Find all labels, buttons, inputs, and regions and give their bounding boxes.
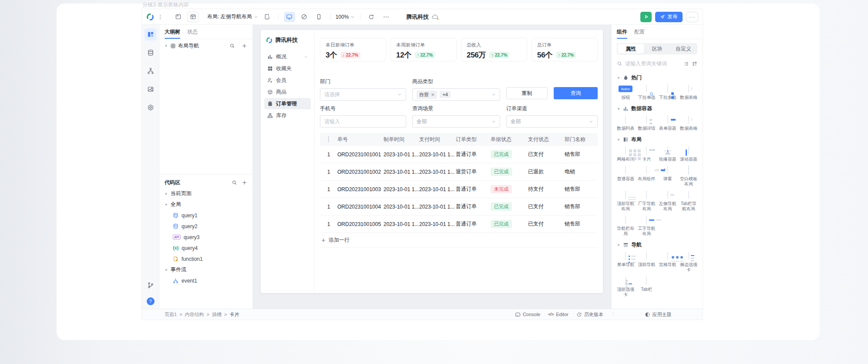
- palette-item[interactable]: 表单容器: [658, 116, 677, 131]
- component-structure-icon[interactable]: [692, 61, 697, 67]
- palette-item[interactable]: 卡片: [637, 147, 656, 162]
- palette-item[interactable]: 普通容器: [616, 166, 635, 187]
- palette-item[interactable]: 按钮: [616, 85, 635, 100]
- console-button[interactable]: Console: [515, 312, 540, 317]
- palette-section-header[interactable]: 布局: [617, 136, 697, 143]
- editor-button[interactable]: </> Editor: [548, 312, 569, 317]
- caret-right-icon[interactable]: [165, 192, 168, 195]
- table-row[interactable]: 1ORD202310010052023-10-01 1...2023-10-01…: [320, 216, 598, 233]
- palette-section-header[interactable]: 数据容器: [617, 105, 697, 112]
- device-desktop-button[interactable]: [284, 12, 295, 22]
- scene-select[interactable]: 全部: [412, 115, 500, 128]
- remove-tag-icon[interactable]: ✕: [431, 92, 434, 97]
- palette-item[interactable]: 空白模板布局: [679, 166, 698, 187]
- code-group[interactable]: 当前页面: [159, 188, 252, 199]
- tab-config[interactable]: 配置: [634, 28, 645, 39]
- preview-app[interactable]: 腾讯科技 概况收藏夹会员商品订单管理库存 本日新增订单3个↓ 22.7%本周新增…: [261, 30, 603, 293]
- selected-tag[interactable]: 自营✕: [417, 91, 437, 99]
- version-branch-icon[interactable]: [145, 279, 157, 291]
- tab-outline-tree[interactable]: 大纲树: [165, 28, 180, 39]
- department-select[interactable]: 请选择: [320, 88, 406, 101]
- canvas[interactable]: 腾讯科技 概况收藏夹会员商品订单管理库存 本日新增订单3个↓ 22.7%本周新增…: [253, 25, 611, 309]
- device-mobile-button[interactable]: [313, 12, 325, 22]
- palette-item[interactable]: 下拉单选: [637, 85, 656, 100]
- code-item[interactable]: query1: [159, 210, 252, 221]
- help-icon[interactable]: ?: [147, 297, 155, 305]
- tab-components[interactable]: 组件: [617, 28, 627, 39]
- breadcrumb-item[interactable]: 插槽: [212, 311, 222, 318]
- add-code-icon[interactable]: [242, 180, 247, 185]
- outline-panel-icon[interactable]: [145, 28, 157, 40]
- palette-item[interactable]: 网格布局: [616, 147, 635, 162]
- outline-root-node[interactable]: 布局导航: [159, 39, 252, 52]
- segment-custom[interactable]: 自定义: [670, 44, 696, 54]
- code-group[interactable]: 全局: [159, 199, 252, 210]
- more-tools-button[interactable]: [380, 12, 392, 22]
- code-item[interactable]: event1: [159, 275, 252, 286]
- palette-item[interactable]: 布局组件: [637, 166, 656, 187]
- palette-item[interactable]: 菜单导航: [616, 252, 635, 273]
- zoom-selector[interactable]: 100%: [336, 14, 355, 20]
- palette-item[interactable]: 顶部导航: [637, 252, 656, 273]
- add-node-icon[interactable]: [242, 43, 247, 49]
- reset-button[interactable]: 重制: [506, 87, 548, 99]
- segment-blocks[interactable]: 区块: [644, 44, 670, 54]
- assets-icon[interactable]: [145, 83, 157, 95]
- layout-selector[interactable]: 布局: 左侧导航布局: [207, 13, 258, 20]
- select-all-checkbox[interactable]: [320, 136, 337, 142]
- caret-down-icon[interactable]: [617, 138, 620, 142]
- refresh-button[interactable]: [366, 12, 377, 22]
- add-row-button[interactable]: 添加一行: [320, 233, 598, 248]
- preview-menu-item[interactable]: 收藏夹: [264, 63, 311, 74]
- breadcrumb-item[interactable]: 页面1: [165, 311, 177, 318]
- preview-menu-item[interactable]: 库存: [264, 110, 311, 121]
- table-row[interactable]: 1ORD202310010032023-10-01 1...2023-10-01…: [320, 181, 598, 198]
- caret-down-icon[interactable]: [617, 107, 620, 111]
- palette-item[interactable]: 数据表格: [679, 116, 698, 131]
- layout-view-button[interactable]: [187, 12, 198, 22]
- kebab-menu-icon[interactable]: [158, 14, 163, 20]
- palette-item[interactable]: 弹窗: [658, 166, 677, 187]
- palette-item[interactable]: 下拉多选: [658, 85, 677, 100]
- window-more-button[interactable]: ···: [686, 12, 698, 22]
- code-item[interactable]: {x}query4: [159, 243, 252, 253]
- data-source-icon[interactable]: [145, 47, 157, 59]
- history-button[interactable]: 历史版本: [576, 311, 603, 318]
- page-view-button[interactable]: [172, 12, 184, 22]
- search-icon[interactable]: [229, 43, 235, 49]
- palette-item[interactable]: 导航栏布局: [616, 216, 635, 236]
- publish-button[interactable]: 发布: [655, 12, 683, 22]
- preview-menu-item[interactable]: 概况: [264, 51, 311, 62]
- palette-item[interactable]: 数据详情: [637, 116, 656, 131]
- preview-menu-item[interactable]: 商品: [264, 86, 311, 98]
- code-item[interactable]: function1: [159, 253, 252, 264]
- segment-properties[interactable]: 属性: [618, 44, 644, 54]
- palette-item[interactable]: Tab栏导航布局: [679, 191, 698, 212]
- preview-menu-item[interactable]: 订单管理: [264, 98, 311, 109]
- tab-state[interactable]: 状态: [187, 28, 198, 39]
- table-row[interactable]: 1ORD202310010022023-10-01 1...2023-10-01…: [320, 163, 598, 181]
- palette-section-header[interactable]: 导航: [617, 241, 697, 249]
- palette-item[interactable]: 宫格导航: [658, 252, 677, 273]
- palette-item[interactable]: 滚动容器: [679, 147, 698, 162]
- app-theme-button[interactable]: 应用主题: [645, 311, 672, 318]
- palette-item[interactable]: 数据列表: [616, 116, 635, 131]
- palette-item[interactable]: 数据表格: [679, 85, 698, 100]
- palette-item[interactable]: 顶部选项卡: [616, 277, 635, 297]
- preview-menu-item[interactable]: 会员: [264, 74, 311, 86]
- palette-item[interactable]: 侧边选项卡: [679, 252, 698, 273]
- preview-play-button[interactable]: [640, 12, 652, 22]
- palette-section-header[interactable]: 热门: [617, 74, 697, 81]
- workflow-icon[interactable]: [145, 65, 157, 77]
- table-row[interactable]: 1ORD202310010042023-10-01 1...2023-10-01…: [320, 198, 598, 216]
- query-button[interactable]: 查询: [554, 87, 598, 99]
- new-page-button[interactable]: [262, 12, 273, 22]
- caret-down-icon[interactable]: [165, 203, 168, 206]
- component-search[interactable]: 请输入查询关键词: [617, 58, 697, 69]
- table-row[interactable]: 1ORD202310010012023-10-01 1...2023-10-01…: [320, 146, 598, 163]
- channel-select[interactable]: 全部: [506, 115, 598, 128]
- palette-item[interactable]: 顶部导航布局: [616, 191, 635, 212]
- palette-item[interactable]: 轮播容器: [658, 147, 677, 162]
- caret-down-icon[interactable]: [617, 76, 620, 80]
- palette-item[interactable]: 厂字导航布局: [637, 191, 656, 212]
